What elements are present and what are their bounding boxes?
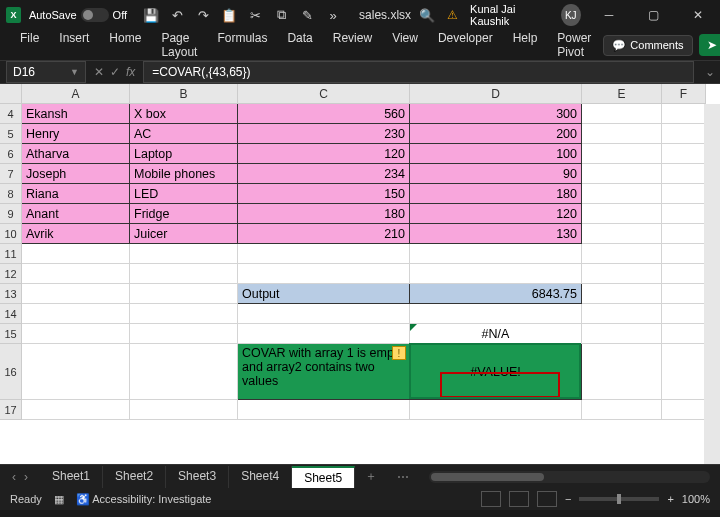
column-header-C[interactable]: C [238, 84, 410, 104]
cell-D4[interactable]: 300 [410, 104, 582, 124]
cell-A16[interactable] [22, 344, 130, 400]
cell-E15[interactable] [582, 324, 662, 344]
cell-A5[interactable]: Henry [22, 124, 130, 144]
column-header-B[interactable]: B [130, 84, 238, 104]
page-break-button[interactable] [537, 491, 557, 507]
cell-B5[interactable]: AC [130, 124, 238, 144]
cell-B13[interactable] [130, 284, 238, 304]
cell-C7[interactable]: 234 [238, 164, 410, 184]
cell-E6[interactable] [582, 144, 662, 164]
warning-icon[interactable]: ⚠ [447, 8, 458, 22]
cell-F9[interactable] [662, 204, 706, 224]
row-header-14[interactable]: 14 [0, 304, 22, 324]
cell-A13[interactable] [22, 284, 130, 304]
cell-C15[interactable] [238, 324, 410, 344]
cell-F15[interactable] [662, 324, 706, 344]
select-all-button[interactable] [0, 84, 22, 104]
cell-B11[interactable] [130, 244, 238, 264]
cell-D12[interactable] [410, 264, 582, 284]
row-header-4[interactable]: 4 [0, 104, 22, 124]
cell-C5[interactable]: 230 [238, 124, 410, 144]
zoom-slider[interactable] [579, 497, 659, 501]
cell-C12[interactable] [238, 264, 410, 284]
row-header-8[interactable]: 8 [0, 184, 22, 204]
error-indicator-icon[interactable] [410, 324, 417, 331]
expand-formula-icon[interactable]: ⌄ [700, 65, 720, 79]
ribbon-tab-page-layout[interactable]: Page Layout [151, 26, 207, 64]
column-header-E[interactable]: E [582, 84, 662, 104]
cell-B10[interactable]: Juicer [130, 224, 238, 244]
cell-B6[interactable]: Laptop [130, 144, 238, 164]
cell-C13[interactable]: Output [238, 284, 410, 304]
zoom-out-button[interactable]: − [565, 493, 571, 505]
zoom-level[interactable]: 100% [682, 493, 710, 505]
ribbon-tab-power-pivot[interactable]: Power Pivot [547, 26, 601, 64]
cell-A17[interactable] [22, 400, 130, 420]
row-header-11[interactable]: 11 [0, 244, 22, 264]
zoom-in-button[interactable]: + [667, 493, 673, 505]
cell-D5[interactable]: 200 [410, 124, 582, 144]
paste-icon[interactable]: 📋 [221, 7, 237, 23]
cell-D8[interactable]: 180 [410, 184, 582, 204]
cell-B7[interactable]: Mobile phones [130, 164, 238, 184]
page-layout-button[interactable] [509, 491, 529, 507]
cell-F6[interactable] [662, 144, 706, 164]
cell-A4[interactable]: Ekansh [22, 104, 130, 124]
cell-F17[interactable] [662, 400, 706, 420]
cell-C4[interactable]: 560 [238, 104, 410, 124]
cell-F12[interactable] [662, 264, 706, 284]
sheet-tab-sheet1[interactable]: Sheet1 [40, 466, 103, 488]
cell-B17[interactable] [130, 400, 238, 420]
sheet-prev-icon[interactable]: ‹ [12, 470, 16, 484]
copy-icon[interactable]: ⧉ [273, 7, 289, 23]
accessibility-status[interactable]: ♿ Accessibility: Investigate [76, 493, 212, 506]
maximize-button[interactable]: ▢ [637, 1, 669, 29]
cell-E7[interactable] [582, 164, 662, 184]
cut-icon[interactable]: ✂ [247, 7, 263, 23]
ribbon-tab-view[interactable]: View [382, 26, 428, 64]
cell-F5[interactable] [662, 124, 706, 144]
cell-F13[interactable] [662, 284, 706, 304]
cell-D17[interactable] [410, 400, 582, 420]
sheet-tab-sheet2[interactable]: Sheet2 [103, 466, 166, 488]
more-icon[interactable]: » [325, 7, 341, 23]
cell-C17[interactable] [238, 400, 410, 420]
cell-F10[interactable] [662, 224, 706, 244]
cell-D9[interactable]: 120 [410, 204, 582, 224]
accept-formula-icon[interactable]: ✓ [110, 65, 120, 79]
ribbon-tab-data[interactable]: Data [277, 26, 322, 64]
spreadsheet-grid[interactable]: ABCDEF 4567891011121314151617 EkanshX bo… [0, 84, 720, 464]
ribbon-tab-insert[interactable]: Insert [49, 26, 99, 64]
cell-F7[interactable] [662, 164, 706, 184]
brush-icon[interactable]: ✎ [299, 7, 315, 23]
sheet-tab-sheet3[interactable]: Sheet3 [166, 466, 229, 488]
ribbon-tab-help[interactable]: Help [503, 26, 548, 64]
cell-C6[interactable]: 120 [238, 144, 410, 164]
row-header-6[interactable]: 6 [0, 144, 22, 164]
horizontal-scrollbar[interactable] [429, 471, 710, 483]
cell-A10[interactable]: Avrik [22, 224, 130, 244]
sheet-tab-sheet5[interactable]: Sheet5 [292, 466, 355, 488]
column-header-F[interactable]: F [662, 84, 706, 104]
cell-A14[interactable] [22, 304, 130, 324]
cell-A8[interactable]: Riana [22, 184, 130, 204]
minimize-button[interactable]: ─ [593, 1, 625, 29]
cell-F14[interactable] [662, 304, 706, 324]
search-icon[interactable]: 🔍 [419, 7, 435, 23]
cell-D11[interactable] [410, 244, 582, 264]
cell-E10[interactable] [582, 224, 662, 244]
cell-C11[interactable] [238, 244, 410, 264]
row-header-12[interactable]: 12 [0, 264, 22, 284]
cell-B8[interactable]: LED [130, 184, 238, 204]
cell-E12[interactable] [582, 264, 662, 284]
row-header-10[interactable]: 10 [0, 224, 22, 244]
cell-A7[interactable]: Joseph [22, 164, 130, 184]
cell-B9[interactable]: Fridge [130, 204, 238, 224]
sheet-tab-sheet4[interactable]: Sheet4 [229, 466, 292, 488]
undo-icon[interactable]: ↶ [169, 7, 185, 23]
formula-bar[interactable]: =COVAR(,{43,65}) [143, 61, 694, 83]
cell-C10[interactable]: 210 [238, 224, 410, 244]
cell-A6[interactable]: Atharva [22, 144, 130, 164]
cell-D7[interactable]: 90 [410, 164, 582, 184]
row-header-13[interactable]: 13 [0, 284, 22, 304]
